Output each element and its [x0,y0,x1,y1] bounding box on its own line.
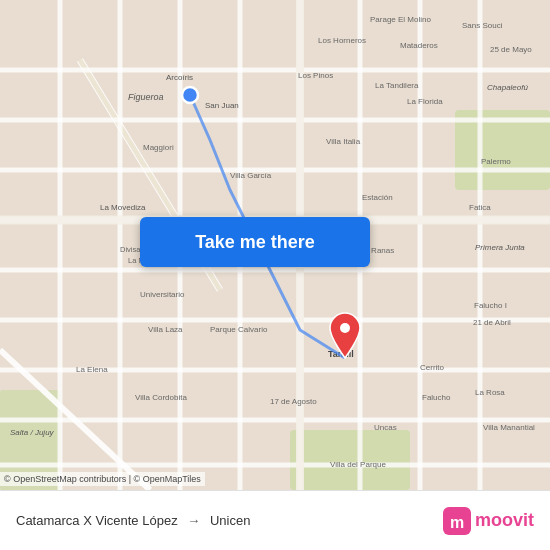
bottom-bar: Catamarca X Vicente López → Unicen m moo… [0,490,550,550]
route-label: Catamarca X Vicente López → Unicen [16,513,250,528]
moovit-text: moovit [475,510,534,531]
route-to: Unicen [210,513,250,528]
route-info: Catamarca X Vicente López → Unicen [16,513,250,528]
osm-copyright: © OpenStreetMap contributors | © OpenMap… [0,472,205,486]
copyright-text: © OpenStreetMap contributors | © OpenMap… [4,474,201,484]
moovit-logo: m moovit [443,507,534,535]
svg-rect-2 [290,430,410,490]
route-arrow: → [187,513,200,528]
svg-text:m: m [450,514,464,531]
route-from: Catamarca X Vicente López [16,513,178,528]
moovit-icon: m [443,507,471,535]
take-me-there-button[interactable]: Take me there [140,217,370,267]
map-container: Parage El Molino Sans Souci 25 de Mayo L… [0,0,550,490]
